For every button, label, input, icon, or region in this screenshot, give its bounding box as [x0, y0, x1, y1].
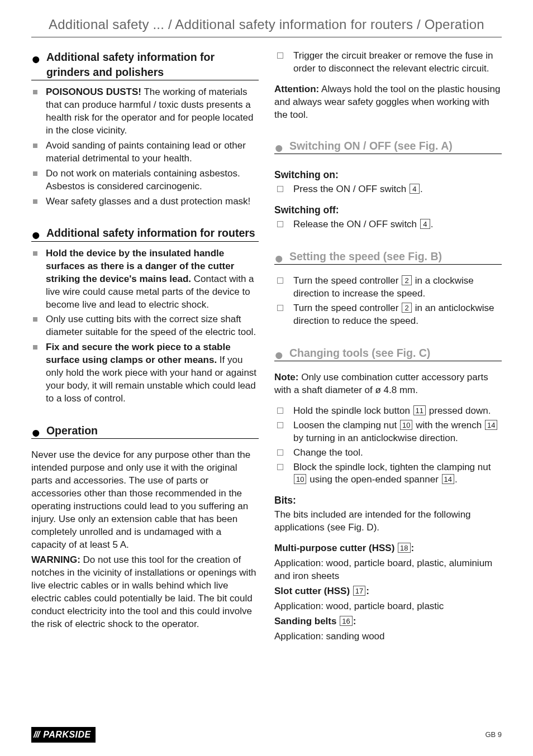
ref-number: 11: [413, 405, 426, 415]
step-item: Release the ON / OFF switch 4.: [274, 218, 502, 231]
slot-cutter-app: Application: wood, particle board, plast…: [274, 600, 502, 613]
list-item: Avoid sanding of paints containing lead …: [31, 140, 259, 165]
t: using the open-ended spanner: [307, 474, 441, 485]
ref-number: 4: [410, 184, 420, 194]
bullet-dot-icon: ●: [31, 229, 41, 241]
section-title-text: Additional safety information for grinde…: [46, 50, 259, 79]
page-footer: /// PARKSIDE GB 9: [31, 727, 502, 743]
switching-off-steps: Release the ON / OFF switch 4.: [274, 218, 502, 231]
t: Loosen the clamping nut: [293, 420, 399, 430]
changing-steps: Hold the spindle lock button 11 pressed …: [274, 405, 502, 487]
t: pressed down.: [426, 405, 491, 416]
sanding-belts-label: Sanding belts 16:: [274, 615, 502, 628]
item-text: Wear safety glasses and a dust protectio…: [46, 196, 250, 207]
section-title-switching: ● Switching ON / OFF (see Fig. A): [274, 138, 502, 154]
list-item: Do not work on materials containing asbe…: [31, 168, 259, 193]
t: Block the spindle lock, tighten the clam…: [293, 462, 491, 472]
section-title-text: Changing tools (see Fig. C): [289, 346, 430, 360]
bullet-dot-icon: ●: [274, 350, 284, 361]
section-title-text: Switching ON / OFF (see Fig. A): [289, 138, 453, 153]
item-text: Do not work on materials containing asbe…: [46, 168, 240, 192]
switching-on-steps: Press the ON / OFF switch 4.: [274, 183, 502, 196]
bold-text: POISONOUS DUSTS!: [46, 87, 141, 97]
switching-on-head: Switching on:: [274, 169, 502, 182]
ref-number: 17: [353, 586, 365, 596]
operation-paragraph: Never use the device for any purpose oth…: [31, 449, 259, 552]
slash-icon: ///: [34, 730, 39, 739]
speed-steps: Turn the speed controller 2 in a clockwi…: [274, 275, 502, 328]
section-title-speed: ● Setting the speed (see Fig. B): [274, 249, 502, 265]
step-item: Turn the speed controller 2 in a clockwi…: [274, 275, 502, 300]
step-item: Change the tool.: [274, 447, 502, 460]
step-text-post: .: [431, 219, 434, 229]
step-item: Trigger the circuit breaker or remove th…: [274, 50, 502, 75]
list-item: Hold the device by the insulated handle …: [31, 247, 259, 312]
label-post: :: [366, 586, 369, 596]
item-text: Only use cutting bits with the correct s…: [46, 314, 256, 337]
left-column: ● Additional safety information for grin…: [31, 50, 259, 645]
label-pre: Multi-purpose cutter (HSS): [274, 543, 397, 553]
step-text-pre: Turn the speed controller: [293, 303, 401, 313]
slot-cutter-label: Slot cutter (HSS) 17:: [274, 585, 502, 598]
warning-paragraph: WARNING: Do not use this tool for the cr…: [31, 554, 259, 631]
ref-number: 16: [340, 616, 352, 626]
item-text: Avoid sanding of paints containing lead …: [46, 140, 246, 164]
grinders-list: POISONOUS DUSTS! The working of material…: [31, 86, 259, 208]
step-item: Block the spindle lock, tighten the clam…: [274, 461, 502, 487]
t: Hold the spindle lock button: [293, 405, 413, 416]
step-text-pre: Turn the speed controller: [293, 275, 401, 286]
ref-number: 18: [398, 543, 410, 553]
right-column: Trigger the circuit breaker or remove th…: [274, 50, 502, 645]
t: with the wrench: [413, 420, 484, 430]
attention-paragraph: Attention: Always hold the tool on the p…: [274, 83, 502, 122]
section-title-text: Operation: [46, 423, 98, 438]
t: by turning in an anticlockwise direction…: [293, 433, 458, 443]
ref-number: 2: [402, 303, 412, 313]
brand-name: PARKSIDE: [43, 730, 91, 739]
page-header: Additional safety ... / Additional safet…: [31, 16, 502, 37]
bits-intro: The bits included are intended for the f…: [274, 509, 502, 534]
list-item: Only use cutting bits with the correct s…: [31, 313, 259, 339]
section-title-routers: ● Additional safety information for rout…: [31, 226, 259, 241]
multi-cutter-label: Multi-purpose cutter (HSS) 18:: [274, 542, 502, 555]
routers-list: Hold the device by the insulated handle …: [31, 247, 259, 405]
step-text-pre: Release the ON / OFF switch: [293, 219, 420, 229]
step-text-post: .: [420, 184, 423, 194]
bullet-dot-icon: ●: [31, 54, 41, 65]
step-item: Press the ON / OFF switch 4.: [274, 183, 502, 196]
multi-cutter-app: Application: wood, particle board, plast…: [274, 557, 502, 583]
step-item: Hold the spindle lock button 11 pressed …: [274, 405, 502, 418]
t: .: [455, 474, 458, 485]
bullet-dot-icon: ●: [274, 142, 284, 154]
step-item: Loosen the clamping nut 10 with the wren…: [274, 419, 502, 445]
bullet-dot-icon: ●: [274, 253, 284, 264]
label-pre: Slot cutter (HSS): [274, 586, 353, 596]
page-number: GB 9: [485, 730, 502, 740]
label-post: :: [353, 616, 356, 626]
bold-text: Fix and secure the work piece to a stabl…: [46, 342, 231, 365]
t: Change the tool.: [293, 447, 363, 458]
label-pre: Sanding belts: [274, 616, 339, 626]
top-step-list: Trigger the circuit breaker or remove th…: [274, 50, 502, 75]
content-columns: ● Additional safety information for grin…: [31, 50, 502, 645]
ref-number: 2: [402, 275, 412, 285]
section-title-grinders: ● Additional safety information for grin…: [31, 50, 259, 80]
section-title-operation: ● Operation: [31, 423, 259, 439]
label-post: :: [411, 543, 415, 553]
bits-head: Bits:: [274, 494, 502, 508]
step-item: Turn the speed controller 2 in an anticl…: [274, 302, 502, 328]
note-paragraph: Note: Only use combination cutter access…: [274, 371, 502, 397]
note-text: Only use combination cutter accessory pa…: [274, 372, 488, 395]
step-text-pre: Press the ON / OFF switch: [293, 184, 409, 194]
ref-number: 4: [420, 219, 430, 229]
ref-number: 10: [294, 474, 306, 484]
warning-label: WARNING:: [31, 554, 80, 565]
switching-off-head: Switching off:: [274, 204, 502, 217]
list-item: Fix and secure the work piece to a stabl…: [31, 341, 259, 405]
brand-logo: /// PARKSIDE: [31, 727, 96, 743]
list-item: Wear safety glasses and a dust protectio…: [31, 195, 259, 208]
section-title-text: Setting the speed (see Fig. B): [289, 249, 442, 264]
ref-number: 14: [442, 474, 454, 484]
attention-label: Attention:: [274, 84, 319, 94]
step-text: Trigger the circuit breaker or remove th…: [293, 50, 493, 74]
